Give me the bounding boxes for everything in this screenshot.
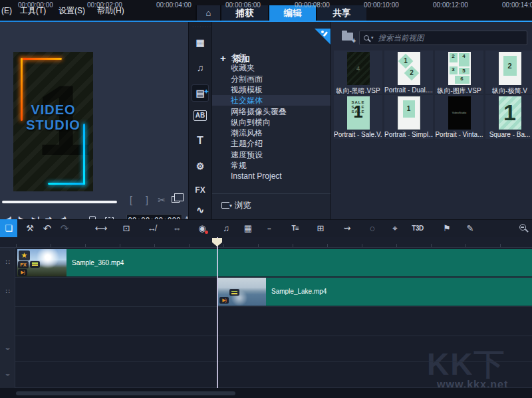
- ruler-label: 00:00:00:00: [18, 1, 53, 9]
- browse-icon: [221, 202, 231, 209]
- custom-motion-button[interactable]: ◌: [366, 219, 379, 237]
- category-trendy[interactable]: 潮流风格: [212, 128, 331, 138]
- split-screen-template-button[interactable]: ⊞: [314, 219, 327, 237]
- menu-item-edit[interactable]: (E): [0, 5, 16, 17]
- mark-in-button[interactable]: [: [125, 195, 137, 205]
- horizontal-scrollbar[interactable]: [0, 388, 532, 398]
- pan-zoom-badge-icon: [30, 261, 40, 268]
- media-icon[interactable]: ▦: [192, 35, 208, 50]
- preview-frame[interactable]: 1 VIDEO STUDIO: [13, 52, 93, 191]
- mark-out-button[interactable]: ]: [141, 195, 153, 205]
- ripple-edit-button[interactable]: ⇔: [170, 219, 184, 237]
- overlay-track-icon[interactable]: ∷: [0, 288, 15, 295]
- record-capture-button[interactable]: ◉: [196, 219, 209, 237]
- split-clip-button[interactable]: ↮: [145, 219, 158, 237]
- batch-convert-button[interactable]: ▦: [241, 219, 255, 237]
- template-thumbnail: 1: [398, 96, 420, 130]
- pan-zoom-badge-icon: [229, 289, 239, 296]
- videostudio-window: (E) 工具(T) 设置(S) 帮助(H) ⌂ 捕获 编辑 共享 1 VIDEO…: [0, 0, 532, 398]
- template-label: Portrait - Vinta...: [435, 131, 483, 138]
- template-thumbnail: 1: [499, 96, 521, 130]
- template-spark-icon: ✦: [203, 84, 209, 100]
- category-general[interactable]: 常规: [212, 160, 331, 171]
- template-thumbnail: VideoStudio: [448, 96, 471, 130]
- template-item[interactable]: 1 Square - Ba...: [485, 95, 532, 139]
- clip-label: Sample_Lake.mp4: [266, 278, 532, 306]
- timeline-ruler[interactable]: [0, 237, 532, 248]
- playhead-line[interactable]: [217, 237, 218, 388]
- category-portrait-to-landscape[interactable]: 纵向到横向: [212, 117, 331, 128]
- clip-label: Sample_360.mp4: [66, 249, 532, 276]
- clip-thumbnail: ★ FX ▶): [17, 249, 66, 276]
- import-folder-icon[interactable]: [342, 33, 353, 41]
- ruler-label: 00:00:08:00: [295, 1, 330, 9]
- template-label: Portrait - Sale.V...: [334, 131, 382, 138]
- category-split-screen[interactable]: 分割画面: [212, 74, 331, 84]
- category-instant-project[interactable]: Instant Project: [212, 171, 331, 181]
- voice-track-icon[interactable]: ⌣: [0, 344, 15, 352]
- template-item[interactable]: VideoStudio Portrait - Vinta...: [435, 95, 483, 139]
- templates-icon[interactable]: ▤✦: [192, 85, 208, 101]
- search-input[interactable]: [378, 34, 523, 42]
- sound-mixer-button[interactable]: ♫: [219, 219, 233, 237]
- audio-icon[interactable]: ♫: [192, 60, 208, 76]
- timeline-view-toggle-button[interactable]: ❏: [0, 219, 17, 237]
- category-all[interactable]: 全部: [212, 52, 331, 62]
- toolbox-button[interactable]: ⚒: [23, 219, 37, 237]
- category-speed-presets[interactable]: 速度预设: [212, 149, 331, 160]
- track-divider: [0, 306, 532, 307]
- category-video-templates[interactable]: 视频模板: [212, 84, 331, 95]
- template-item[interactable]: 2 4 3 5 6 纵向-图库.VSP: [435, 50, 483, 94]
- template-item[interactable]: 1 2 Portrait - Dual....: [384, 50, 433, 94]
- clip-sample-lake[interactable]: ▶) Sample_Lake.mp4: [217, 278, 532, 306]
- neon-corner-left: [21, 58, 23, 121]
- overlays-icon[interactable]: ⚙: [192, 158, 208, 174]
- clip-sample-360[interactable]: ★ FX ▶) Sample_360.mp4: [17, 249, 532, 276]
- category-social-media[interactable]: 社交媒体: [212, 95, 331, 106]
- titles-icon[interactable]: T: [192, 133, 208, 149]
- motion-path-icon[interactable]: ∿: [192, 202, 208, 218]
- ruler-label: 00:00:12:00: [433, 1, 468, 9]
- scrollbar-thumb[interactable]: [16, 391, 235, 395]
- template-thumbnail: 4: [347, 52, 370, 85]
- preview-scrubber[interactable]: [2, 201, 117, 203]
- ruler-label: 00:00:06:00: [225, 1, 261, 9]
- mask-editor-button[interactable]: ✎: [464, 219, 477, 237]
- template-item[interactable]: 1 Portrait - Simpl...: [384, 95, 433, 139]
- auto-music-button[interactable]: ∙∙∙: [262, 219, 275, 237]
- motion-tracking-button[interactable]: ⇝: [340, 219, 354, 237]
- category-theme-intro[interactable]: 主题介绍: [212, 138, 331, 149]
- stabilizer-button[interactable]: ⌖: [388, 219, 402, 237]
- redo-button[interactable]: ↷: [58, 219, 71, 237]
- transitions-icon[interactable]: AB: [194, 110, 207, 121]
- template-label: Portrait - Dual....: [384, 86, 433, 94]
- search-icon: [364, 35, 369, 41]
- subtitle-editor-button[interactable]: T≡: [289, 219, 302, 237]
- video-track-icon[interactable]: ∷: [0, 258, 15, 266]
- undo-button[interactable]: ↶: [41, 219, 54, 237]
- ruler-label: 00:00:14:00: [502, 1, 532, 9]
- project-duration-button[interactable]: ⊡: [120, 219, 133, 237]
- 3d-title-button[interactable]: T3D: [411, 219, 424, 237]
- preview-panel: 1 VIDEO STUDIO [ ] ✂ ◀| |▶ ▶| ⇄ ◀) ▾ ▾ 0…: [0, 22, 188, 219]
- template-thumbnail: 1 2: [398, 52, 420, 85]
- filters-icon[interactable]: FX: [192, 182, 208, 198]
- search-filter-caret[interactable]: ▾: [371, 35, 374, 41]
- pin-icon-head: [321, 31, 324, 33]
- fit-project-button[interactable]: ⟷: [94, 219, 108, 237]
- export-frame-icon[interactable]: [172, 196, 180, 203]
- menu-item-settings[interactable]: 设置(S): [55, 5, 89, 17]
- browse-button[interactable]: 浏览: [235, 199, 251, 212]
- template-item[interactable]: 4 纵向-黑暗.VSP: [334, 50, 382, 94]
- mask-creator-button[interactable]: ⚑: [440, 219, 454, 237]
- category-webcam-overlay[interactable]: 网络摄像头覆叠: [212, 106, 331, 117]
- audio-badge-icon: ▶): [219, 297, 229, 304]
- home-tab[interactable]: ⌂: [196, 5, 220, 21]
- template-label: 纵向-图库.VSP: [435, 86, 483, 96]
- music-track-icon[interactable]: ⌣: [0, 370, 15, 378]
- split-scissors-icon[interactable]: ✂: [156, 195, 168, 205]
- category-favorites[interactable]: 收藏夹: [212, 62, 331, 73]
- template-item[interactable]: SALE SALE SALE 1 Portrait - Sale.V...: [334, 95, 382, 139]
- zoom-out-icon[interactable]: [519, 224, 526, 231]
- template-item[interactable]: 2 纵向-极简.V: [485, 50, 532, 94]
